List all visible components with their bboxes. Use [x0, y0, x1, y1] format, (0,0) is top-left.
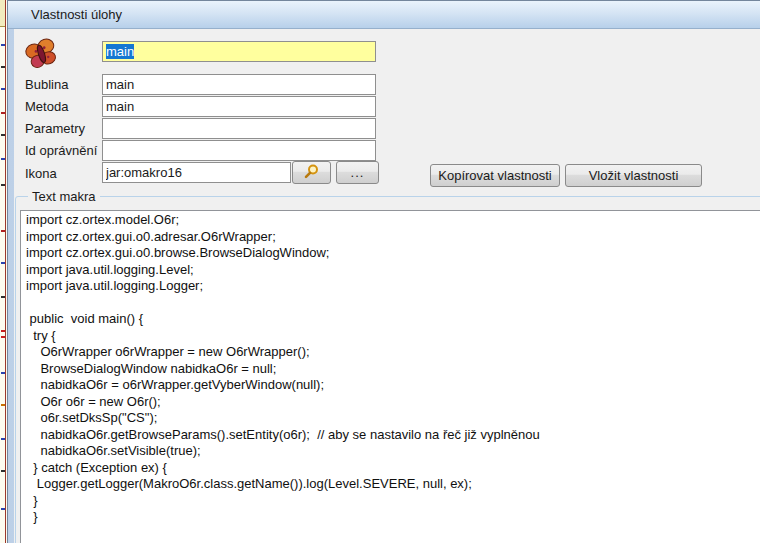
task-name-field[interactable]: main: [102, 41, 376, 62]
icon-browse-button[interactable]: ...: [336, 161, 379, 184]
label-parametry: Parametry: [25, 121, 85, 136]
background-window-sliver: [0, 0, 7, 543]
dialog-titlebar[interactable]: Vlastnosti úlohy: [8, 1, 760, 29]
parametry-input[interactable]: [102, 118, 376, 139]
paste-properties-button[interactable]: Vložit vlastnosti: [565, 164, 702, 187]
macro-group-title: Text makra: [28, 189, 100, 204]
magnifier-icon: [303, 163, 320, 183]
macro-groupbox: Text makra import cz.ortex.model.O6r; im…: [15, 196, 760, 543]
butterfly-icon: [23, 38, 59, 70]
background-window-border: [5, 0, 6, 543]
label-id-opravneni: Id oprávnění: [25, 143, 97, 158]
task-properties-dialog: Vlastnosti úlohy main Bub: [7, 0, 760, 543]
macro-code-editor[interactable]: import cz.ortex.model.O6r; import cz.ort…: [20, 210, 760, 543]
dialog-content: main Bublina Metoda Parametry Id oprávně…: [14, 29, 760, 543]
selected-text: main: [106, 44, 134, 59]
id-opravneni-input[interactable]: [102, 140, 376, 161]
macro-code-text: import cz.ortex.model.O6r; import cz.ort…: [26, 212, 760, 526]
copy-properties-button[interactable]: Kopírovat vlastnosti: [430, 164, 560, 187]
dialog-title: Vlastnosti úlohy: [31, 7, 122, 22]
metoda-input[interactable]: [102, 96, 376, 117]
bublina-input[interactable]: [102, 74, 376, 95]
label-ikona: Ikona: [25, 166, 57, 181]
ikona-input[interactable]: [102, 162, 291, 183]
label-bublina: Bublina: [25, 77, 68, 92]
label-metoda: Metoda: [25, 99, 68, 114]
icon-search-button[interactable]: [292, 161, 331, 184]
